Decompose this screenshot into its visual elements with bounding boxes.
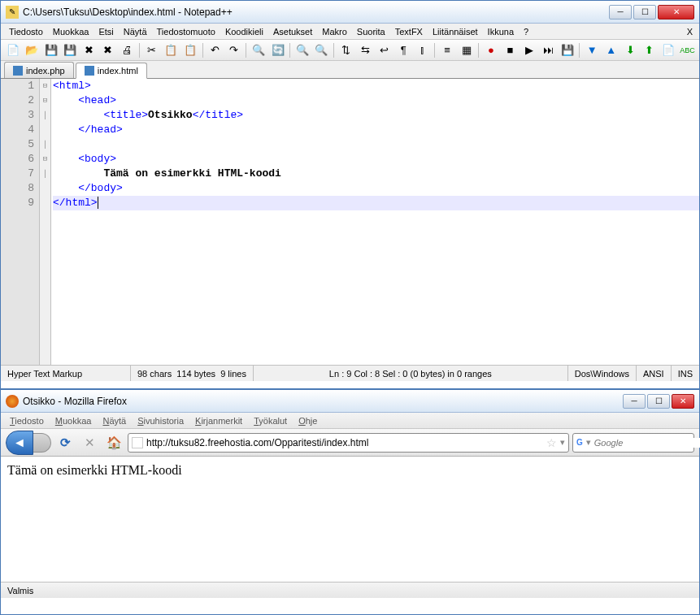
menu-sivuhistoria[interactable]: Sivuhistoria	[132, 414, 189, 427]
code-line-2[interactable]: <head>	[53, 93, 699, 108]
paste-icon[interactable]: 📋	[181, 41, 198, 59]
redo-icon[interactable]: ↷	[225, 41, 242, 59]
print-icon[interactable]: 🖨	[119, 41, 136, 59]
replace-icon[interactable]: 🔄	[269, 41, 286, 59]
menu-tiedostomuoto[interactable]: Tiedostomuoto	[152, 25, 220, 38]
tool4-icon[interactable]: ⬆	[641, 41, 658, 59]
menu-muokkaa[interactable]: Muokkaa	[48, 25, 94, 38]
find-icon[interactable]: 🔍	[250, 41, 267, 59]
separator	[246, 43, 246, 58]
menu-makro[interactable]: Makro	[317, 25, 352, 38]
minimize-button[interactable]: ─	[623, 394, 646, 409]
code-line-4[interactable]: </head>	[53, 123, 699, 137]
menu-tiedosto[interactable]: Tiedosto	[4, 25, 48, 38]
sync-h-icon[interactable]: ⇆	[357, 41, 374, 59]
menu-textfx[interactable]: TextFX	[390, 25, 428, 38]
npp-toolbar: 📄 📂 💾 💾 ✖ ✖ 🖨 ✂ 📋 📋 ↶ ↷ 🔍 🔄 🔍 🔍 ⇅ ⇆ ↩ ¶ …	[1, 40, 699, 61]
tool2-icon[interactable]: ▲	[602, 41, 620, 59]
code-line-8[interactable]: </body>	[53, 181, 699, 196]
code-line-7[interactable]: Tämä on esimerkki HTML-koodi	[53, 167, 699, 181]
file-icon	[13, 66, 23, 76]
indent-guide-icon[interactable]: ⫿	[414, 41, 431, 59]
playback-multi-icon[interactable]: ⏭	[540, 41, 557, 59]
close-button[interactable]: ✕	[658, 5, 694, 19]
wordwrap-icon[interactable]: ↩	[376, 41, 393, 59]
code-line-1[interactable]: <html>	[53, 79, 699, 93]
show-all-icon[interactable]: ¶	[394, 41, 411, 59]
stop-icon[interactable]: ✕	[79, 432, 100, 453]
menu-koodikieli[interactable]: Koodikieli	[220, 25, 268, 38]
google-icon[interactable]: G	[576, 437, 583, 448]
sync-v-icon[interactable]: ⇅	[337, 41, 354, 59]
reload-icon[interactable]: ⟳	[54, 432, 76, 453]
url-input[interactable]	[146, 437, 543, 448]
url-bar[interactable]: ☆ ▾	[128, 433, 569, 453]
menu-asetukset[interactable]: Asetukset	[268, 25, 317, 38]
status-position: Ln : 9 Col : 8 Sel : 0 (0 bytes) in 0 ra…	[254, 366, 568, 381]
minimize-button[interactable]: ─	[609, 5, 632, 19]
menu-tiedosto[interactable]: Tiedosto	[4, 414, 50, 427]
search-input[interactable]	[594, 438, 700, 448]
url-dropdown-icon[interactable]: ▾	[560, 437, 565, 448]
save-macro-icon[interactable]: 💾	[559, 41, 576, 59]
stop-macro-icon[interactable]: ■	[502, 41, 519, 59]
cut-icon[interactable]: ✂	[143, 41, 160, 59]
save-icon[interactable]: 💾	[42, 41, 59, 59]
code-line-9[interactable]: </html>	[53, 196, 699, 210]
copy-icon[interactable]: 📋	[163, 41, 180, 59]
close-button[interactable]: ✕	[672, 394, 694, 409]
record-macro-icon[interactable]: ●	[482, 41, 499, 59]
menu-näytä[interactable]: Näytä	[97, 414, 132, 427]
menu-työkalut[interactable]: Työkalut	[248, 414, 293, 427]
separator	[579, 43, 580, 58]
home-icon[interactable]: 🏠	[103, 432, 124, 453]
menu-close-icon[interactable]: X	[684, 25, 696, 38]
doc-map-icon[interactable]: ▦	[458, 41, 475, 59]
func-list-icon[interactable]: ≡	[438, 41, 455, 59]
undo-icon[interactable]: ↶	[206, 41, 223, 59]
status-eol: Dos\Windows	[568, 366, 637, 381]
ff-statusbar: Valmis	[1, 582, 699, 598]
play-macro-icon[interactable]: ▶	[520, 41, 537, 59]
menu-muokkaa[interactable]: Muokkaa	[50, 414, 98, 427]
code-line-5[interactable]	[53, 137, 699, 152]
search-bar[interactable]: G ▾ 🔍	[572, 433, 694, 453]
code-line-6[interactable]: <body>	[53, 152, 699, 167]
search-engine-dropdown-icon[interactable]: ▾	[586, 437, 591, 448]
firefox-window: Otsikko - Mozilla Firefox ─ ☐ ✕ Tiedosto…	[0, 389, 700, 615]
tool3-icon[interactable]: ⬇	[621, 41, 638, 59]
menu-etsi[interactable]: Etsi	[93, 25, 118, 38]
zoom-in-icon[interactable]: 🔍	[293, 41, 311, 59]
save-all-icon[interactable]: 💾	[61, 41, 78, 59]
editor[interactable]: 123456789 ⊟⊟││⊟│ <html> <head> <title>Ot…	[1, 79, 699, 365]
close-all-icon[interactable]: ✖	[99, 41, 116, 59]
menu-liitännäiset[interactable]: Liitännäiset	[428, 25, 483, 38]
menu-?[interactable]: ?	[519, 25, 533, 38]
close-file-icon[interactable]: ✖	[80, 41, 98, 59]
menu-näytä[interactable]: Näytä	[119, 25, 152, 38]
new-file-icon[interactable]: 📄	[4, 41, 21, 59]
menu-ikkuna[interactable]: Ikkuna	[483, 25, 519, 38]
maximize-button[interactable]: ☐	[633, 5, 656, 19]
menu-suorita[interactable]: Suorita	[352, 25, 390, 38]
tab-index-html[interactable]: index.html	[76, 63, 147, 79]
code-line-3[interactable]: <title>Otsikko</title>	[53, 108, 699, 123]
forward-button[interactable]	[33, 433, 51, 453]
spellcheck-icon[interactable]: ABC	[679, 41, 696, 59]
bookmark-star-icon[interactable]: ☆	[546, 436, 557, 449]
open-file-icon[interactable]: 📂	[23, 41, 40, 59]
page-content[interactable]: Tämä on esimerkki HTML-koodi	[1, 457, 699, 582]
fold-column[interactable]: ⊟⊟││⊟│	[40, 79, 51, 365]
tab-index-php[interactable]: index.php	[4, 62, 74, 78]
line-number-gutter[interactable]: 123456789	[1, 79, 40, 365]
maximize-button[interactable]: ☐	[647, 394, 670, 409]
tool5-icon[interactable]: 📄	[659, 41, 676, 59]
menu-ohje[interactable]: Ohje	[293, 414, 323, 427]
zoom-out-icon[interactable]: 🔍	[313, 41, 330, 59]
ff-titlebar[interactable]: Otsikko - Mozilla Firefox ─ ☐ ✕	[1, 390, 699, 413]
tool1-icon[interactable]: ▼	[583, 41, 600, 59]
npp-titlebar[interactable]: ✎ C:\Users\Tuksu\Desktop\index.html - No…	[1, 1, 699, 24]
back-button[interactable]: ◄	[6, 431, 33, 455]
code-area[interactable]: <html> <head> <title>Otsikko</title> </h…	[51, 79, 699, 365]
menu-kirjanmerkit[interactable]: Kirjanmerkit	[189, 414, 248, 427]
